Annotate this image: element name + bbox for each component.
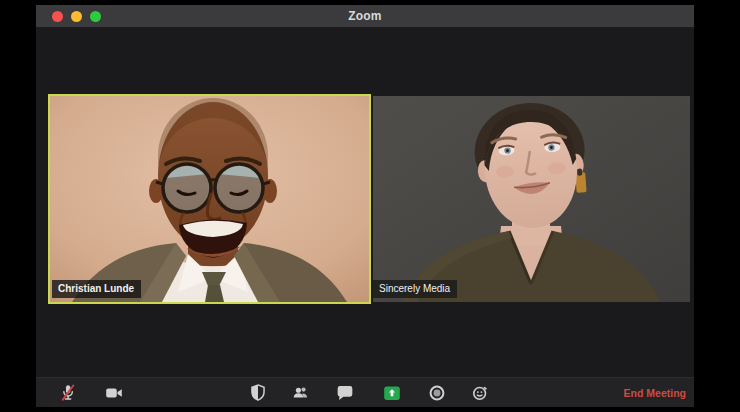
- microphone-muted-icon: [57, 382, 79, 404]
- share-screen-button[interactable]: [379, 380, 405, 406]
- security-button[interactable]: [245, 380, 271, 406]
- zoom-window: Zoom: [36, 5, 694, 407]
- chat-bubble-icon: [334, 382, 356, 404]
- chat-button[interactable]: [332, 380, 358, 406]
- participant-video-man: [50, 96, 369, 302]
- record-icon: [426, 382, 448, 404]
- meeting-toolbar: End Meeting: [36, 377, 694, 407]
- end-meeting-button[interactable]: End Meeting: [624, 378, 686, 407]
- titlebar[interactable]: Zoom: [36, 5, 694, 27]
- traffic-lights: [52, 5, 101, 27]
- reactions-button[interactable]: [467, 380, 493, 406]
- close-button[interactable]: [52, 11, 63, 22]
- participant-name-label: Christian Lunde: [52, 280, 141, 298]
- record-button[interactable]: [424, 380, 450, 406]
- participants-icon: [290, 382, 312, 404]
- video-tile-christian-lunde[interactable]: Christian Lunde: [50, 96, 369, 302]
- video-grid: Christian Lunde: [36, 27, 694, 377]
- video-camera-icon: [103, 382, 125, 404]
- fullscreen-button[interactable]: [90, 11, 101, 22]
- mute-button[interactable]: [55, 380, 81, 406]
- participant-name-label: Sincerely Media: [373, 280, 457, 298]
- minimize-button[interactable]: [71, 11, 82, 22]
- start-video-button[interactable]: [101, 380, 127, 406]
- participant-video-woman: [373, 96, 690, 302]
- share-screen-icon: [381, 382, 403, 404]
- video-tile-sincerely-media[interactable]: Sincerely Media: [373, 96, 690, 302]
- participants-button[interactable]: [288, 380, 314, 406]
- security-shield-icon: [247, 382, 269, 404]
- window-title: Zoom: [36, 9, 694, 23]
- reactions-icon: [469, 382, 491, 404]
